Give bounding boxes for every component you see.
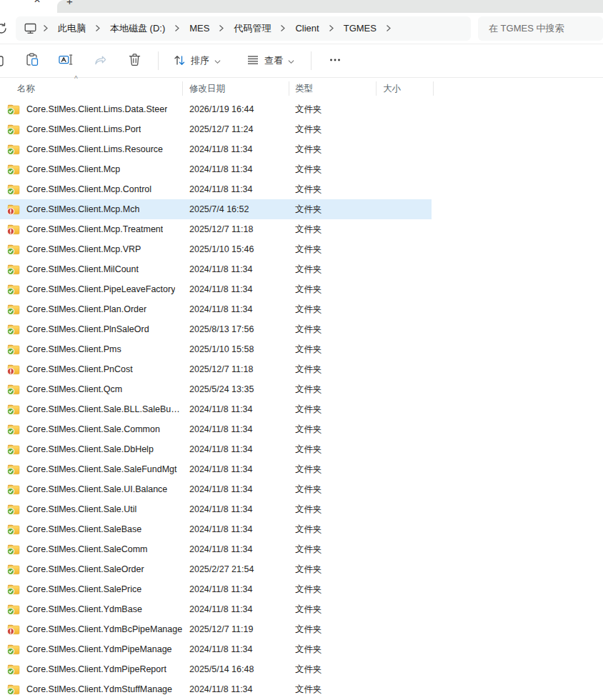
file-name-cell[interactable]: Core.StlMes.Client.Lims.Data.Steer <box>0 104 183 115</box>
file-row[interactable]: Core.StlMes.Client.YdmPipeReport2025/5/1… <box>0 659 432 679</box>
refresh-icon[interactable] <box>0 22 9 35</box>
breadcrumb-item[interactable]: 代码管理 <box>229 22 275 35</box>
file-row[interactable]: Core.StlMes.Client.SalePrice2024/11/8 11… <box>0 579 432 599</box>
column-header-type[interactable]: 类型 <box>289 78 377 99</box>
more-options-button[interactable] <box>321 49 349 73</box>
file-row[interactable]: Core.StlMes.Client.Plan.Order2024/11/8 1… <box>0 299 432 319</box>
file-row[interactable]: Core.StlMes.Client.PnCost2025/12/7 11:18… <box>0 359 432 379</box>
file-row[interactable]: Core.StlMes.Client.YdmPipeManage2024/11/… <box>0 639 432 659</box>
file-row[interactable]: Core.StlMes.Client.Sale.UI.Balance2024/1… <box>0 479 432 499</box>
file-list: Core.StlMes.Client.Lims.Data.Steer2026/1… <box>0 99 603 699</box>
file-date-modified: 2024/11/8 11:34 <box>183 164 289 174</box>
file-name-cell[interactable]: Core.StlMes.Client.Sale.BLL.SaleBusin... <box>0 404 183 415</box>
file-row[interactable]: Core.StlMes.Client.Lims.Resource2024/11/… <box>0 139 432 159</box>
file-row[interactable]: Core.StlMes.Client.Sale.Util2024/11/8 11… <box>0 499 432 519</box>
file-row[interactable]: Core.StlMes.Client.Mcp.Treatment2025/12/… <box>0 219 432 239</box>
file-row[interactable]: Core.StlMes.Client.SaleComm2024/11/8 11:… <box>0 539 432 559</box>
active-tab[interactable]: ✕ <box>0 0 57 13</box>
file-row[interactable]: Core.StlMes.Client.Lims.Port2025/12/7 11… <box>0 119 432 139</box>
file-date-modified: 2026/1/19 16:44 <box>183 104 289 114</box>
column-header-name[interactable]: 名称 <box>0 78 183 99</box>
column-header-size[interactable]: 大小 <box>377 78 434 99</box>
file-row[interactable]: Core.StlMes.Client.Mcp2024/11/8 11:34文件夹 <box>0 159 432 179</box>
folder-red-icon <box>7 364 20 375</box>
file-row[interactable]: Core.StlMes.Client.Qcm2025/5/24 13:35文件夹 <box>0 379 432 399</box>
file-row[interactable]: Core.StlMes.Client.Pms2025/1/10 15:58文件夹 <box>0 339 432 359</box>
file-name-cell[interactable]: Core.StlMes.Client.Sale.SaleFundMgt <box>0 464 183 475</box>
file-row[interactable]: Core.StlMes.Client.Sale.BLL.SaleBusin...… <box>0 399 432 419</box>
search-box[interactable]: 在 TGMES 中搜索 <box>478 16 603 41</box>
file-name: Core.StlMes.Client.Mcp.Mch <box>26 204 139 214</box>
file-name-cell[interactable]: Core.StlMes.Client.SaleOrder <box>0 564 183 575</box>
file-name-cell[interactable]: Core.StlMes.Client.MilCount <box>0 264 183 275</box>
chevron-right-icon <box>280 24 286 32</box>
file-name-cell[interactable]: Core.StlMes.Client.Mcp.Treatment <box>0 224 183 235</box>
file-row[interactable]: Core.StlMes.Client.YdmStuffManage2024/11… <box>0 679 432 699</box>
rename-button[interactable] <box>51 49 80 73</box>
folder-green-icon <box>7 264 20 275</box>
new-tab-icon[interactable]: + <box>66 0 73 7</box>
breadcrumb-item[interactable]: MES <box>185 23 214 34</box>
file-name-cell[interactable]: Core.StlMes.Client.Lims.Port <box>0 124 183 135</box>
file-row[interactable]: Core.StlMes.Client.SaleOrder2025/2/27 21… <box>0 559 432 579</box>
file-name-cell[interactable]: Core.StlMes.Client.PipeLeaveFactory <box>0 284 183 295</box>
file-row[interactable]: Core.StlMes.Client.Mcp.VRP2025/1/10 15:4… <box>0 239 432 259</box>
breadcrumb-item[interactable]: TGMES <box>339 23 381 34</box>
breadcrumb-item[interactable]: 本地磁盘 (D:) <box>106 22 169 35</box>
file-name-cell[interactable]: Core.StlMes.Client.Mcp <box>0 164 183 175</box>
file-row[interactable]: Core.StlMes.Client.PipeLeaveFactory2024/… <box>0 279 432 299</box>
view-button[interactable]: 查看 <box>239 49 302 73</box>
file-name: Core.StlMes.Client.SaleOrder <box>26 564 144 574</box>
file-date-modified: 2024/11/8 11:34 <box>183 144 289 154</box>
file-date-modified: 2025/12/7 11:18 <box>183 224 289 234</box>
file-row[interactable]: Core.StlMes.Client.Mcp.Mch2025/7/4 16:52… <box>0 199 432 219</box>
file-name-cell[interactable]: Core.StlMes.Client.Sale.Util <box>0 504 183 515</box>
file-name-cell[interactable]: Core.StlMes.Client.SalePrice <box>0 584 183 595</box>
file-name-cell[interactable]: Core.StlMes.Client.PlnSaleOrd <box>0 324 183 335</box>
folder-green-icon <box>7 404 20 415</box>
file-name-cell[interactable]: Core.StlMes.Client.Sale.Common <box>0 424 183 435</box>
address-bar[interactable]: 此电脑本地磁盘 (D:)MES代码管理ClientTGMES <box>16 16 471 41</box>
file-name-cell[interactable]: Core.StlMes.Client.Sale.UI.Balance <box>0 484 183 495</box>
file-name-cell[interactable]: Core.StlMes.Client.SaleComm <box>0 544 183 555</box>
paste-button[interactable] <box>17 49 46 73</box>
file-row[interactable]: Core.StlMes.Client.Lims.Data.Steer2026/1… <box>0 99 432 119</box>
file-row[interactable]: Core.StlMes.Client.MilCount2024/11/8 11:… <box>0 259 432 279</box>
file-row[interactable]: Core.StlMes.Client.Sale.Common2024/11/8 … <box>0 419 432 439</box>
sort-button[interactable]: 排序 <box>165 49 229 73</box>
file-name-cell[interactable]: Core.StlMes.Client.YdmStuffManage <box>0 684 183 695</box>
file-name-cell[interactable]: Core.StlMes.Client.Pms <box>0 344 183 355</box>
file-name-cell[interactable]: Core.StlMes.Client.Mcp.VRP <box>0 244 183 255</box>
share-button[interactable] <box>86 49 114 73</box>
file-name-cell[interactable]: Core.StlMes.Client.Lims.Resource <box>0 144 183 155</box>
delete-button[interactable] <box>120 49 149 73</box>
file-row[interactable]: Core.StlMes.Client.Sale.SaleFundMgt2024/… <box>0 459 432 479</box>
file-name-cell[interactable]: Core.StlMes.Client.Plan.Order <box>0 304 183 315</box>
file-row[interactable]: Core.StlMes.Client.YdmBase2024/11/8 11:3… <box>0 599 432 619</box>
file-name-cell[interactable]: Core.StlMes.Client.YdmPipeManage <box>0 644 183 655</box>
search-input[interactable]: 在 TGMES 中搜索 <box>489 22 564 35</box>
file-name-cell[interactable]: Core.StlMes.Client.Mcp.Mch <box>0 204 183 215</box>
file-name: Core.StlMes.Client.Sale.UI.Balance <box>26 484 167 494</box>
file-name-cell[interactable]: Core.StlMes.Client.Qcm <box>0 384 183 395</box>
file-row[interactable]: Core.StlMes.Client.YdmBcPipeManage2025/1… <box>0 619 432 639</box>
breadcrumb-item[interactable]: Client <box>291 23 323 34</box>
file-row[interactable]: Core.StlMes.Client.SaleBase2024/11/8 11:… <box>0 519 432 539</box>
file-row[interactable]: Core.StlMes.Client.Mcp.Control2024/11/8 … <box>0 179 432 199</box>
file-date-modified: 2024/11/8 11:34 <box>183 504 289 514</box>
column-header-date-modified[interactable]: 修改日期 <box>183 78 289 99</box>
file-name-cell[interactable]: Core.StlMes.Client.YdmBase <box>0 604 183 615</box>
file-name-cell[interactable]: Core.StlMes.Client.Mcp.Control <box>0 184 183 195</box>
file-name-cell[interactable]: Core.StlMes.Client.YdmBcPipeManage <box>0 624 183 635</box>
tab-close-icon[interactable]: ✕ <box>34 0 41 5</box>
copy-button[interactable] <box>0 49 11 73</box>
file-row[interactable]: Core.StlMes.Client.PlnSaleOrd2025/8/13 1… <box>0 319 432 339</box>
tab-bar: ✕ + <box>0 0 603 13</box>
file-name-cell[interactable]: Core.StlMes.Client.Sale.DbHelp <box>0 444 183 455</box>
file-row[interactable]: Core.StlMes.Client.Sale.DbHelp2024/11/8 … <box>0 439 432 459</box>
file-name-cell[interactable]: Core.StlMes.Client.SaleBase <box>0 524 183 535</box>
file-name-cell[interactable]: Core.StlMes.Client.YdmPipeReport <box>0 664 183 675</box>
file-name-cell[interactable]: Core.StlMes.Client.PnCost <box>0 364 183 375</box>
file-type: 文件夹 <box>289 164 377 176</box>
breadcrumb-item[interactable]: 此电脑 <box>54 22 90 35</box>
